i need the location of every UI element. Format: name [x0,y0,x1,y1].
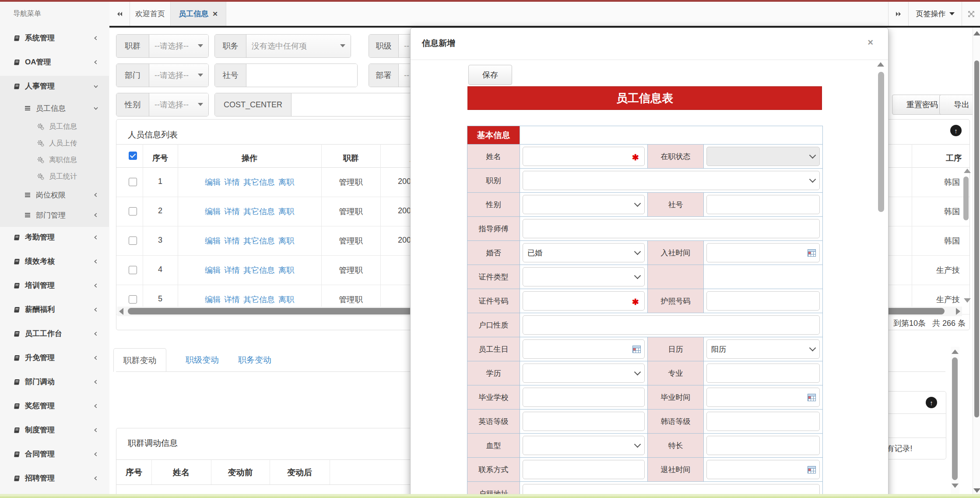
select-input[interactable] [523,436,645,455]
calendar-icon[interactable] [808,466,816,473]
row-checkbox[interactable] [129,178,137,186]
select-input[interactable] [706,147,820,166]
scroll-left-icon[interactable] [119,308,123,315]
sidebar-item-1[interactable]: OA管理 [0,50,109,74]
row-action-link[interactable]: 编辑 [205,237,221,245]
text-input[interactable] [706,364,820,383]
sidebar-item-11[interactable]: 绩效考核 [0,249,109,273]
page-scrollbar[interactable] [973,28,980,498]
collapse-panel-icon[interactable]: ↑ [950,125,962,136]
filter-select[interactable]: --请选择-- [149,35,208,57]
table-scroll-up-icon[interactable] [964,169,971,173]
close-icon[interactable]: × [868,37,873,48]
sidebar-item-6[interactable]: 离职信息 [0,152,109,168]
filter-select[interactable]: 没有选中任何项 [246,35,351,57]
calendar-icon[interactable] [808,394,816,401]
export-button[interactable]: 导出 [939,95,973,115]
modal-scrollbar-thumb[interactable] [878,72,884,212]
sidebar-item-4[interactable]: 员工信息 [0,118,109,135]
row-action-link[interactable]: 离职 [278,295,294,304]
row-action-link[interactable]: 编辑 [205,295,221,304]
calendar-icon[interactable] [632,346,641,353]
fullscreen-toggle-button[interactable] [962,2,980,26]
tab-operations-dropdown[interactable]: 页签操作 [909,2,962,26]
scroll-tabs-left-button[interactable] [109,2,130,26]
filter-select[interactable]: --请选择-- [149,93,208,116]
sidebar-item-10[interactable]: 考勤管理 [0,225,109,249]
text-input[interactable] [706,291,820,311]
save-button[interactable]: 保存 [468,65,512,85]
sidebar-item-18[interactable]: 制度管理 [0,418,109,442]
bottom-tab-2[interactable]: 职务变动 [222,348,288,371]
row-checkbox[interactable] [129,266,137,274]
row-checkbox[interactable] [129,237,137,245]
text-input[interactable] [523,315,820,335]
tab-close-icon[interactable]: ✕ [212,10,218,18]
page-scroll-down-icon[interactable] [973,488,980,493]
section-scroll-up-icon[interactable] [952,350,959,354]
calendar-icon[interactable] [808,249,816,257]
section-scrollbar-thumb[interactable] [952,357,958,480]
text-input[interactable]: ✱ [523,291,645,311]
date-input[interactable] [523,339,645,359]
modal-scroll-up-icon[interactable] [877,62,884,67]
sidebar-item-5[interactable]: 人员上传 [0,135,109,152]
select-input[interactable]: 阳历 [706,339,820,359]
sidebar-item-3[interactable]: 员工信息 [0,98,109,118]
row-action-link[interactable]: 离职 [278,237,294,245]
tab-employee-info[interactable]: 员工信息 ✕ [171,2,226,26]
sidebar-item-7[interactable]: 员工统计 [0,168,109,185]
sidebar-item-17[interactable]: 奖惩管理 [0,394,109,418]
filter-select[interactable]: --请选择-- [149,64,208,87]
text-input[interactable] [523,460,645,479]
table-scrollbar-thumb[interactable] [963,177,969,220]
row-action-link[interactable]: 详情 [224,295,240,304]
text-input[interactable] [523,219,820,238]
sidebar-item-20[interactable]: 招聘管理 [0,466,109,490]
row-checkbox[interactable] [129,295,137,304]
sidebar-item-12[interactable]: 培训管理 [0,273,109,297]
text-input[interactable] [706,412,820,431]
collapse-panel-icon[interactable]: ↑ [926,397,937,408]
sidebar-item-14[interactable]: 员工工作台 [0,321,109,346]
row-action-link[interactable]: 编辑 [205,178,221,187]
table-scroll-down-icon[interactable] [964,298,971,303]
date-input[interactable] [706,388,820,407]
date-input[interactable] [706,460,820,479]
select-input[interactable] [523,267,645,286]
page-scrollbar-thumb[interactable] [974,60,979,417]
text-input[interactable] [523,388,645,407]
sidebar-item-16[interactable]: 部门调动 [0,370,109,394]
row-action-link[interactable]: 编辑 [205,207,221,216]
select-all-checkbox[interactable] [129,152,137,160]
section-scrollbar[interactable] [951,347,959,494]
text-input[interactable] [523,412,645,431]
sidebar-item-9[interactable]: 部门管理 [0,205,109,225]
row-action-link[interactable]: 详情 [224,178,240,187]
select-input[interactable]: 已婚 [523,243,645,262]
sidebar-item-8[interactable]: 岗位权限 [0,185,109,205]
date-input[interactable] [706,243,820,262]
sidebar-item-13[interactable]: 薪酬福利 [0,297,109,321]
row-action-link[interactable]: 详情 [224,266,240,275]
page-scroll-up-icon[interactable] [973,31,980,35]
row-action-link[interactable]: 详情 [224,207,240,216]
select-input[interactable] [523,195,645,214]
text-input[interactable] [706,195,820,214]
row-action-link[interactable]: 其它信息 [243,295,275,304]
row-action-link[interactable]: 其它信息 [243,266,275,275]
row-action-link[interactable]: 离职 [278,178,294,187]
select-input[interactable] [523,364,645,383]
sidebar-item-15[interactable]: 升免管理 [0,346,109,370]
sidebar-item-2[interactable]: 人事管理 [0,74,109,98]
row-checkbox[interactable] [129,207,137,215]
row-action-link[interactable]: 其它信息 [243,237,275,245]
sidebar-item-19[interactable]: 合同管理 [0,442,109,466]
row-action-link[interactable]: 离职 [278,266,294,275]
select-input[interactable] [523,171,820,190]
row-action-link[interactable]: 离职 [278,207,294,216]
row-action-link[interactable]: 其它信息 [243,207,275,216]
tab-home[interactable]: 欢迎首页 [130,2,170,26]
sidebar-item-0[interactable]: 系统管理 [0,26,109,50]
scroll-right-icon[interactable] [956,308,960,315]
